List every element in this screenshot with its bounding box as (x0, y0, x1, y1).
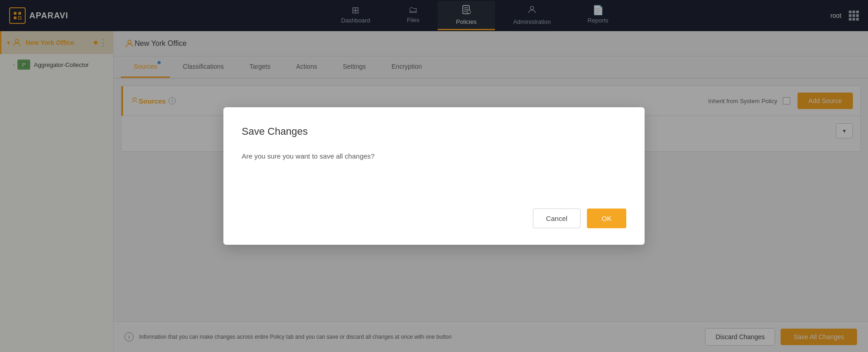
save-changes-dialog: Save Changes Are you sure you want to sa… (223, 107, 645, 245)
dialog-body: Are you sure you want to save all change… (242, 152, 626, 190)
dialog-cancel-button[interactable]: Cancel (533, 209, 581, 228)
dialog-title: Save Changes (242, 126, 626, 138)
dialog-actions: Cancel OK (242, 209, 626, 228)
dialog-ok-button[interactable]: OK (587, 209, 626, 228)
modal-overlay: Save Changes Are you sure you want to sa… (0, 0, 868, 352)
